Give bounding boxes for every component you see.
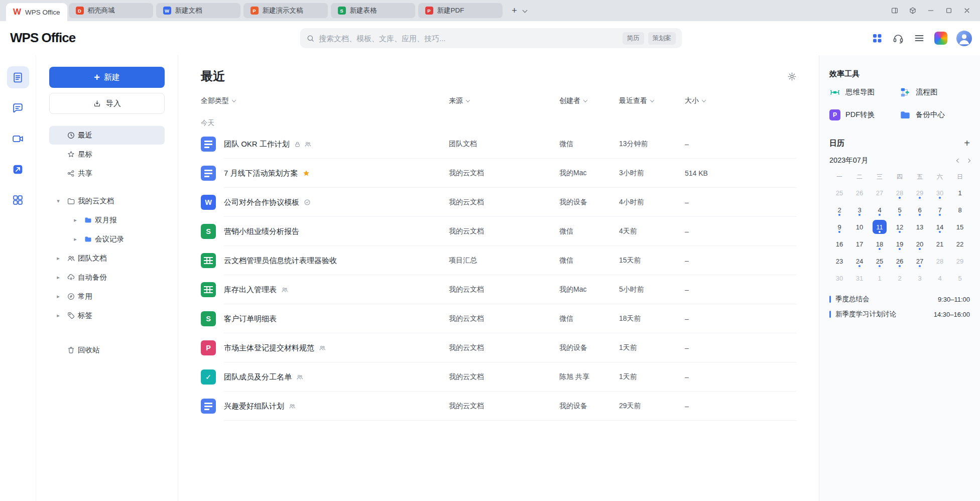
sidebar-item-meeting-notes[interactable]: ▸ 会议记录 bbox=[49, 230, 165, 248]
filter-size[interactable]: 大小 bbox=[685, 96, 797, 105]
calendar-day[interactable]: 27 bbox=[910, 254, 930, 269]
rail-office-suite-button[interactable] bbox=[7, 189, 29, 211]
maximize-button[interactable] bbox=[942, 4, 956, 18]
calendar-event[interactable]: 季度总结会9:30–11:00 bbox=[829, 292, 970, 307]
calendar-prev-button[interactable] bbox=[956, 158, 960, 162]
collapsed-caret-icon[interactable]: ▸ bbox=[52, 274, 64, 281]
calendar-day[interactable]: 25 bbox=[870, 254, 890, 269]
rail-workspace-button[interactable] bbox=[7, 158, 29, 180]
collapsed-caret-icon[interactable]: ▸ bbox=[52, 293, 64, 300]
global-search-bar[interactable]: 简历 策划案 bbox=[300, 28, 682, 48]
file-row[interactable]: ✓ 团队成员及分工名单 我的云文档 陈旭 共享 1天前 – bbox=[201, 362, 797, 392]
sidebar-item-my-cloud-docs[interactable]: ▾ 我的云文档 bbox=[49, 192, 165, 210]
calendar-day[interactable]: 10 bbox=[849, 219, 870, 234]
sidebar-item-bimonthly-report[interactable]: ▸ 双月报 bbox=[49, 211, 165, 229]
calendar-day[interactable]: 29 bbox=[910, 185, 930, 200]
tab-overview-chevron-icon[interactable] bbox=[523, 5, 527, 14]
sidebar-item-frequent[interactable]: ▸ 常用 bbox=[49, 287, 165, 306]
rail-docs-button[interactable] bbox=[7, 66, 29, 88]
minimize-button[interactable] bbox=[924, 4, 938, 18]
calendar-day[interactable]: 5 bbox=[890, 202, 910, 217]
sidebar-item-tags[interactable]: ▸ 标签 bbox=[49, 306, 165, 325]
tab-presentation[interactable]: P新建演示文稿 bbox=[243, 3, 328, 18]
calendar-day[interactable]: 12 bbox=[890, 219, 910, 234]
collapsed-caret-icon[interactable]: ▸ bbox=[69, 217, 81, 223]
calendar-day[interactable]: 27 bbox=[870, 185, 890, 200]
tool-pdf-convert[interactable]: P PDF转换 bbox=[829, 103, 900, 126]
calendar-day[interactable]: 28 bbox=[890, 185, 910, 200]
calendar-event[interactable]: 新季度学习计划讨论14:30–16:00 bbox=[829, 307, 970, 322]
wps-365-logo[interactable] bbox=[934, 32, 947, 45]
calendar-day[interactable]: 6 bbox=[910, 202, 930, 217]
calendar-day[interactable]: 29 bbox=[950, 254, 970, 269]
calendar-day[interactable]: 30 bbox=[930, 185, 950, 200]
calendar-day[interactable]: 26 bbox=[890, 254, 910, 269]
calendar-day[interactable]: 8 bbox=[950, 202, 970, 217]
calendar-day[interactable]: 20 bbox=[910, 236, 930, 252]
file-row[interactable]: 团队 OKR 工作计划 团队文档 微信 13分钟前 – bbox=[201, 130, 797, 159]
user-avatar[interactable] bbox=[956, 31, 972, 46]
calendar-day[interactable]: 4 bbox=[930, 271, 950, 286]
filter-all-types[interactable]: 全部类型 bbox=[201, 96, 449, 105]
tab-wps-logo[interactable]: WWPS Office bbox=[6, 3, 67, 21]
tool-flowchart[interactable]: 流程图 bbox=[900, 81, 970, 103]
add-event-button[interactable]: + bbox=[964, 138, 970, 148]
calendar-day[interactable]: 4 bbox=[870, 202, 890, 217]
filter-source[interactable]: 来源 bbox=[449, 96, 559, 105]
collapsed-caret-icon[interactable]: ▸ bbox=[69, 236, 81, 242]
search-input[interactable] bbox=[319, 34, 623, 43]
rail-meeting-button[interactable] bbox=[7, 128, 29, 150]
calendar-day[interactable]: 1 bbox=[870, 271, 890, 286]
calendar-day[interactable]: 1 bbox=[950, 185, 970, 200]
file-row[interactable]: S 营销小组业绩分析报告 我的云文档 微信 4天前 – bbox=[201, 217, 797, 246]
sidebar-item-auto-backup[interactable]: ▸ 自动备份 bbox=[49, 268, 165, 287]
calendar-day[interactable]: 19 bbox=[890, 236, 910, 252]
sidebar-item-recent[interactable]: 最近 bbox=[49, 126, 165, 145]
workspace-box-button[interactable] bbox=[906, 4, 920, 18]
file-row[interactable]: 云文档管理员信息统计表理器验收 项目汇总 微信 15天前 – bbox=[201, 246, 797, 275]
file-row[interactable]: 7 月线下活动策划方案 我的云文档 我的Mac 3小时前 514 KB bbox=[201, 159, 797, 188]
filter-last-viewed[interactable]: 最近查看 bbox=[619, 96, 685, 105]
file-row[interactable]: P 市场主体登记提交材料规范 我的云文档 我的设备 1天前 – bbox=[201, 333, 797, 362]
expanded-caret-icon[interactable]: ▾ bbox=[52, 198, 64, 204]
file-row[interactable]: S 客户订单明细表 我的云文档 微信 18天前 – bbox=[201, 304, 797, 333]
new-document-button[interactable]: +新建 bbox=[49, 67, 165, 88]
apps-grid-button[interactable] bbox=[871, 32, 883, 44]
calendar-day-selected[interactable]: 11 bbox=[870, 219, 890, 234]
calendar-day[interactable]: 26 bbox=[849, 185, 870, 200]
file-row[interactable]: 库存出入管理表 我的云文档 我的Mac 5小时前 – bbox=[201, 275, 797, 304]
support-button[interactable] bbox=[892, 32, 904, 44]
list-settings-button[interactable] bbox=[787, 72, 797, 81]
calendar-day[interactable]: 2 bbox=[890, 271, 910, 286]
collapsed-caret-icon[interactable]: ▸ bbox=[52, 312, 64, 319]
calendar-day[interactable]: 28 bbox=[930, 254, 950, 269]
file-row[interactable]: 兴趣爱好组队计划 我的云文档 我的设备 29天前 – bbox=[201, 392, 797, 421]
calendar-day[interactable]: 31 bbox=[849, 271, 870, 286]
tab-spreadsheet[interactable]: S新建表格 bbox=[331, 3, 415, 18]
filter-creator[interactable]: 创建者 bbox=[559, 96, 619, 105]
close-button[interactable] bbox=[960, 4, 974, 18]
rail-chat-button[interactable] bbox=[7, 97, 29, 119]
calendar-day[interactable]: 3 bbox=[849, 202, 870, 217]
sidebar-item-team-docs[interactable]: ▸ 团队文档 bbox=[49, 249, 165, 268]
tool-backup-center[interactable]: 备份中心 bbox=[900, 103, 970, 126]
calendar-day[interactable]: 21 bbox=[930, 236, 950, 252]
calendar-day[interactable]: 7 bbox=[930, 202, 950, 217]
calendar-day[interactable]: 5 bbox=[950, 271, 970, 286]
calendar-day[interactable]: 2 bbox=[829, 202, 849, 217]
sidebar-item-shared[interactable]: 共享 bbox=[49, 164, 165, 183]
calendar-day[interactable]: 25 bbox=[829, 185, 849, 200]
import-button[interactable]: 导入 bbox=[49, 93, 165, 114]
calendar-day[interactable]: 24 bbox=[849, 254, 870, 269]
calendar-day[interactable]: 9 bbox=[829, 219, 849, 234]
add-tab-button[interactable]: + bbox=[508, 4, 521, 17]
search-tag-resume[interactable]: 简历 bbox=[623, 32, 644, 45]
calendar-day[interactable]: 14 bbox=[930, 219, 950, 234]
toggle-sidebar-layout-button[interactable] bbox=[888, 4, 902, 18]
collapsed-caret-icon[interactable]: ▸ bbox=[52, 255, 64, 262]
sidebar-item-trash[interactable]: 回收站 bbox=[49, 341, 165, 359]
calendar-day[interactable]: 17 bbox=[849, 236, 870, 252]
calendar-day[interactable]: 3 bbox=[910, 271, 930, 286]
calendar-day[interactable]: 18 bbox=[870, 236, 890, 252]
calendar-day[interactable]: 13 bbox=[910, 219, 930, 234]
